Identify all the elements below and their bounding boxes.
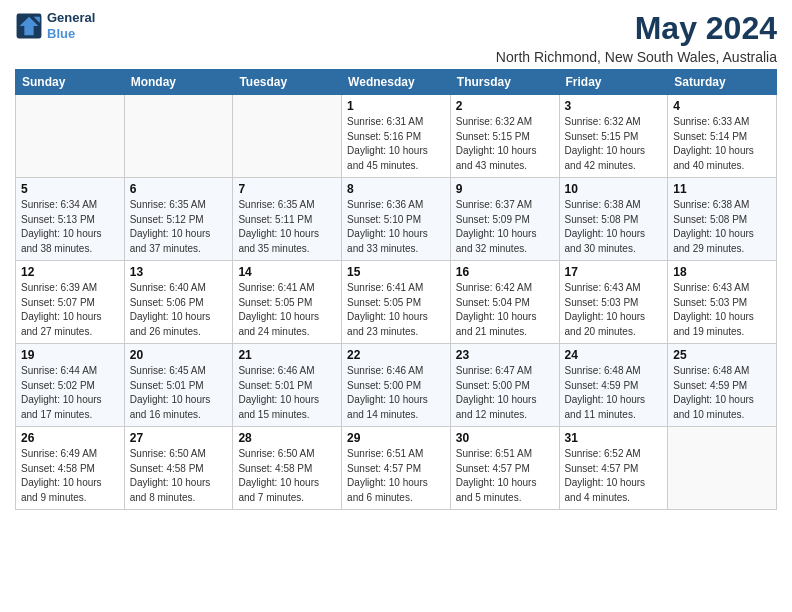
calendar-cell: 11Sunrise: 6:38 AM Sunset: 5:08 PM Dayli… [668, 178, 777, 261]
calendar-cell: 23Sunrise: 6:47 AM Sunset: 5:00 PM Dayli… [450, 344, 559, 427]
calendar-week-row: 19Sunrise: 6:44 AM Sunset: 5:02 PM Dayli… [16, 344, 777, 427]
day-info: Sunrise: 6:50 AM Sunset: 4:58 PM Dayligh… [130, 447, 228, 505]
calendar-cell: 22Sunrise: 6:46 AM Sunset: 5:00 PM Dayli… [342, 344, 451, 427]
calendar-header-row: SundayMondayTuesdayWednesdayThursdayFrid… [16, 70, 777, 95]
calendar-cell: 13Sunrise: 6:40 AM Sunset: 5:06 PM Dayli… [124, 261, 233, 344]
day-info: Sunrise: 6:49 AM Sunset: 4:58 PM Dayligh… [21, 447, 119, 505]
day-number: 11 [673, 182, 771, 196]
calendar-cell [124, 95, 233, 178]
calendar-cell: 6Sunrise: 6:35 AM Sunset: 5:12 PM Daylig… [124, 178, 233, 261]
day-info: Sunrise: 6:41 AM Sunset: 5:05 PM Dayligh… [238, 281, 336, 339]
day-number: 16 [456, 265, 554, 279]
logo: General Blue [15, 10, 95, 41]
day-number: 24 [565, 348, 663, 362]
day-number: 20 [130, 348, 228, 362]
day-number: 15 [347, 265, 445, 279]
day-of-week-header: Wednesday [342, 70, 451, 95]
calendar-cell: 4Sunrise: 6:33 AM Sunset: 5:14 PM Daylig… [668, 95, 777, 178]
day-number: 31 [565, 431, 663, 445]
day-info: Sunrise: 6:35 AM Sunset: 5:11 PM Dayligh… [238, 198, 336, 256]
day-number: 10 [565, 182, 663, 196]
day-of-week-header: Sunday [16, 70, 125, 95]
day-info: Sunrise: 6:51 AM Sunset: 4:57 PM Dayligh… [347, 447, 445, 505]
calendar-cell: 14Sunrise: 6:41 AM Sunset: 5:05 PM Dayli… [233, 261, 342, 344]
day-info: Sunrise: 6:45 AM Sunset: 5:01 PM Dayligh… [130, 364, 228, 422]
day-info: Sunrise: 6:43 AM Sunset: 5:03 PM Dayligh… [565, 281, 663, 339]
calendar-subtitle: North Richmond, New South Wales, Austral… [496, 49, 777, 65]
day-info: Sunrise: 6:46 AM Sunset: 5:00 PM Dayligh… [347, 364, 445, 422]
title-block: May 2024 North Richmond, New South Wales… [496, 10, 777, 65]
day-of-week-header: Monday [124, 70, 233, 95]
day-number: 8 [347, 182, 445, 196]
day-number: 3 [565, 99, 663, 113]
day-info: Sunrise: 6:32 AM Sunset: 5:15 PM Dayligh… [565, 115, 663, 173]
day-number: 14 [238, 265, 336, 279]
day-number: 23 [456, 348, 554, 362]
day-info: Sunrise: 6:36 AM Sunset: 5:10 PM Dayligh… [347, 198, 445, 256]
day-of-week-header: Saturday [668, 70, 777, 95]
calendar-cell: 10Sunrise: 6:38 AM Sunset: 5:08 PM Dayli… [559, 178, 668, 261]
day-number: 28 [238, 431, 336, 445]
calendar-cell: 1Sunrise: 6:31 AM Sunset: 5:16 PM Daylig… [342, 95, 451, 178]
calendar-cell: 7Sunrise: 6:35 AM Sunset: 5:11 PM Daylig… [233, 178, 342, 261]
calendar-week-row: 12Sunrise: 6:39 AM Sunset: 5:07 PM Dayli… [16, 261, 777, 344]
day-info: Sunrise: 6:52 AM Sunset: 4:57 PM Dayligh… [565, 447, 663, 505]
day-number: 9 [456, 182, 554, 196]
day-number: 12 [21, 265, 119, 279]
day-info: Sunrise: 6:33 AM Sunset: 5:14 PM Dayligh… [673, 115, 771, 173]
day-number: 29 [347, 431, 445, 445]
day-number: 30 [456, 431, 554, 445]
calendar-cell [233, 95, 342, 178]
day-info: Sunrise: 6:32 AM Sunset: 5:15 PM Dayligh… [456, 115, 554, 173]
day-number: 2 [456, 99, 554, 113]
calendar-cell: 31Sunrise: 6:52 AM Sunset: 4:57 PM Dayli… [559, 427, 668, 510]
day-info: Sunrise: 6:39 AM Sunset: 5:07 PM Dayligh… [21, 281, 119, 339]
calendar-title: May 2024 [496, 10, 777, 47]
calendar-cell: 5Sunrise: 6:34 AM Sunset: 5:13 PM Daylig… [16, 178, 125, 261]
calendar-cell: 9Sunrise: 6:37 AM Sunset: 5:09 PM Daylig… [450, 178, 559, 261]
day-info: Sunrise: 6:38 AM Sunset: 5:08 PM Dayligh… [565, 198, 663, 256]
day-info: Sunrise: 6:48 AM Sunset: 4:59 PM Dayligh… [673, 364, 771, 422]
calendar-cell: 25Sunrise: 6:48 AM Sunset: 4:59 PM Dayli… [668, 344, 777, 427]
calendar-cell [668, 427, 777, 510]
calendar-cell [16, 95, 125, 178]
calendar-cell: 12Sunrise: 6:39 AM Sunset: 5:07 PM Dayli… [16, 261, 125, 344]
calendar-week-row: 26Sunrise: 6:49 AM Sunset: 4:58 PM Dayli… [16, 427, 777, 510]
calendar-cell: 8Sunrise: 6:36 AM Sunset: 5:10 PM Daylig… [342, 178, 451, 261]
day-info: Sunrise: 6:37 AM Sunset: 5:09 PM Dayligh… [456, 198, 554, 256]
day-info: Sunrise: 6:41 AM Sunset: 5:05 PM Dayligh… [347, 281, 445, 339]
day-info: Sunrise: 6:44 AM Sunset: 5:02 PM Dayligh… [21, 364, 119, 422]
calendar-cell: 21Sunrise: 6:46 AM Sunset: 5:01 PM Dayli… [233, 344, 342, 427]
day-info: Sunrise: 6:38 AM Sunset: 5:08 PM Dayligh… [673, 198, 771, 256]
calendar-cell: 28Sunrise: 6:50 AM Sunset: 4:58 PM Dayli… [233, 427, 342, 510]
day-info: Sunrise: 6:48 AM Sunset: 4:59 PM Dayligh… [565, 364, 663, 422]
calendar-cell: 19Sunrise: 6:44 AM Sunset: 5:02 PM Dayli… [16, 344, 125, 427]
day-info: Sunrise: 6:34 AM Sunset: 5:13 PM Dayligh… [21, 198, 119, 256]
calendar-cell: 3Sunrise: 6:32 AM Sunset: 5:15 PM Daylig… [559, 95, 668, 178]
calendar-cell: 15Sunrise: 6:41 AM Sunset: 5:05 PM Dayli… [342, 261, 451, 344]
calendar-cell: 17Sunrise: 6:43 AM Sunset: 5:03 PM Dayli… [559, 261, 668, 344]
day-info: Sunrise: 6:50 AM Sunset: 4:58 PM Dayligh… [238, 447, 336, 505]
day-number: 4 [673, 99, 771, 113]
calendar-cell: 26Sunrise: 6:49 AM Sunset: 4:58 PM Dayli… [16, 427, 125, 510]
calendar-cell: 29Sunrise: 6:51 AM Sunset: 4:57 PM Dayli… [342, 427, 451, 510]
day-number: 18 [673, 265, 771, 279]
calendar-cell: 18Sunrise: 6:43 AM Sunset: 5:03 PM Dayli… [668, 261, 777, 344]
calendar-cell: 20Sunrise: 6:45 AM Sunset: 5:01 PM Dayli… [124, 344, 233, 427]
day-number: 27 [130, 431, 228, 445]
calendar-cell: 16Sunrise: 6:42 AM Sunset: 5:04 PM Dayli… [450, 261, 559, 344]
day-number: 19 [21, 348, 119, 362]
day-info: Sunrise: 6:31 AM Sunset: 5:16 PM Dayligh… [347, 115, 445, 173]
day-number: 17 [565, 265, 663, 279]
day-number: 22 [347, 348, 445, 362]
day-of-week-header: Friday [559, 70, 668, 95]
day-info: Sunrise: 6:46 AM Sunset: 5:01 PM Dayligh… [238, 364, 336, 422]
calendar-week-row: 1Sunrise: 6:31 AM Sunset: 5:16 PM Daylig… [16, 95, 777, 178]
day-number: 26 [21, 431, 119, 445]
calendar-week-row: 5Sunrise: 6:34 AM Sunset: 5:13 PM Daylig… [16, 178, 777, 261]
logo-text: General Blue [47, 10, 95, 41]
calendar-cell: 27Sunrise: 6:50 AM Sunset: 4:58 PM Dayli… [124, 427, 233, 510]
calendar-cell: 24Sunrise: 6:48 AM Sunset: 4:59 PM Dayli… [559, 344, 668, 427]
day-number: 13 [130, 265, 228, 279]
day-info: Sunrise: 6:35 AM Sunset: 5:12 PM Dayligh… [130, 198, 228, 256]
